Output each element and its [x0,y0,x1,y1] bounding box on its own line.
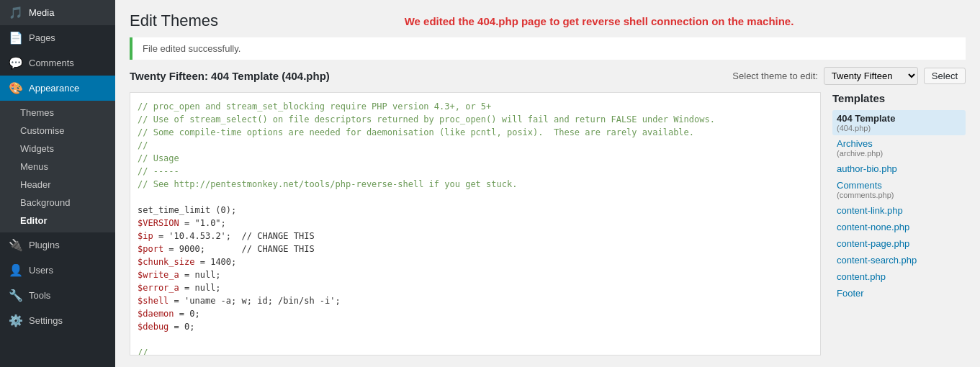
template-item-content-link[interactable]: content-link.php [832,202,966,219]
page-title: Edit Themes [130,12,218,30]
editor-header: Twenty Fifteen: 404 Template (404.php) S… [130,67,966,85]
users-icon: 👤 [9,263,23,277]
sidebar: 🎵 Media 📄 Pages 💬 Comments 🎨 Appearance … [0,0,115,367]
theme-select-row: Select theme to edit: Twenty Fifteen Twe… [732,67,966,85]
sidebar-item-plugins[interactable]: 🔌 Plugins [0,232,115,258]
comments-icon: 💬 [9,56,23,70]
appearance-submenu: Themes Customise Widgets Menus Header Ba… [0,101,115,232]
sidebar-item-pages[interactable]: 📄 Pages [0,25,115,50]
success-notice: File edited successfully. [130,37,966,60]
sidebar-item-customise[interactable]: Customise [12,122,115,140]
template-item-archives[interactable]: Archives(archive.php) [832,135,966,160]
template-item-content-page[interactable]: content-page.php [832,235,966,252]
sidebar-item-themes[interactable]: Themes [12,104,115,122]
settings-icon: ⚙️ [9,314,23,327]
editor-body: // proc_open and stream_set_blocking req… [130,92,966,355]
banner-message: We edited the 404.php page to get revers… [233,15,966,27]
sidebar-item-appearance[interactable]: 🎨 Appearance [0,76,115,101]
editor-title: Twenty Fifteen: 404 Template (404.php) [130,70,330,82]
sidebar-item-editor[interactable]: Editor [12,212,115,230]
template-item-comments[interactable]: Comments(comments.php) [832,177,966,202]
sidebar-item-media[interactable]: 🎵 Media [0,0,115,25]
templates-panel: Templates 404 Template(404.php)Archives(… [832,92,966,355]
theme-select-label: Select theme to edit: [732,71,818,81]
templates-title: Templates [832,92,966,104]
tools-icon: 🔧 [9,289,23,302]
sidebar-item-users[interactable]: 👤 Users [0,258,115,283]
media-icon: 🎵 [9,6,23,19]
content-area: Edit Themes We edited the 404.php page t… [115,0,980,367]
sidebar-item-menus[interactable]: Menus [12,158,115,176]
theme-select-dropdown[interactable]: Twenty Fifteen Twenty Fourteen Twenty Th… [824,67,918,85]
template-item-content-none[interactable]: content-none.php [832,219,966,235]
sidebar-item-header[interactable]: Header [12,176,115,194]
sidebar-item-widgets[interactable]: Widgets [12,140,115,158]
templates-list: 404 Template(404.php)Archives(archive.ph… [832,110,966,302]
sidebar-item-tools[interactable]: 🔧 Tools [0,283,115,308]
title-row: Edit Themes We edited the 404.php page t… [130,12,966,30]
sidebar-item-background[interactable]: Background [12,194,115,212]
template-item-author-bio[interactable]: author-bio.php [832,160,966,177]
template-item-content-search[interactable]: content-search.php [832,252,966,268]
sidebar-item-comments[interactable]: 💬 Comments [0,50,115,76]
template-item-content[interactable]: content.php [832,268,966,285]
template-item-404[interactable]: 404 Template(404.php) [832,110,966,135]
select-button[interactable]: Select [924,68,966,84]
main-content: Edit Themes We edited the 404.php page t… [115,0,980,367]
pages-icon: 📄 [9,31,23,45]
appearance-icon: 🎨 [9,81,23,95]
sidebar-item-settings[interactable]: ⚙️ Settings [0,308,115,333]
code-editor[interactable]: // proc_open and stream_set_blocking req… [130,92,821,355]
plugins-icon: 🔌 [9,238,23,252]
template-item-footer[interactable]: Footer [832,285,966,302]
